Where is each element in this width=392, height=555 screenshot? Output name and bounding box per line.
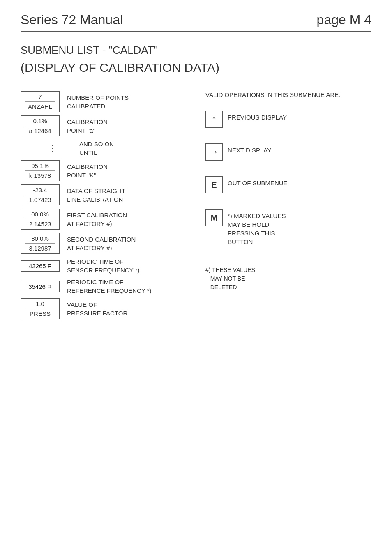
- op-prev: ↑ PREVIOUS DISPLAY: [205, 111, 349, 128]
- cal-a-top: 0.1%: [25, 117, 55, 126]
- row-second-cal: 80.0% 3.12987 SECOND CALIBRATIONAT FACTO…: [21, 233, 177, 254]
- straight-bottom: 1.07423: [25, 196, 55, 203]
- cal-a-bottom: a 12464: [25, 127, 55, 134]
- row-dotted: ⋮ AND SO ONUNTIL: [21, 140, 177, 157]
- box-cal-k: 95.1% k 13578: [21, 160, 60, 181]
- header: Series 72 Manual page M 4: [21, 12, 371, 32]
- cal-k-label: CALIBRATIONPOINT "K": [67, 162, 108, 180]
- header-page: page M 4: [317, 12, 371, 28]
- op-exit-label: OUT OF SUBMENUE: [228, 176, 288, 187]
- anzahl-label: NUMBER OF POINTSCALIBRATED: [67, 93, 129, 111]
- box-anzahl: 7 ANZAHL: [21, 91, 60, 112]
- ref-freq-label: PERIODIC TIME OFREFERENCE FREQUENCY *): [67, 278, 152, 295]
- row-pressure: 1.0 PRESS VALUE OFPRESSURE FACTOR: [21, 298, 177, 319]
- first-cal-label: FIRST CALIBRATIONAT FACTORY #): [67, 211, 127, 228]
- row-cal-k: 95.1% k 13578 CALIBRATIONPOINT "K": [21, 160, 177, 181]
- op-up-box: ↑: [205, 111, 223, 128]
- op-e-box: E: [205, 176, 223, 193]
- m-icon: M: [211, 213, 218, 223]
- sensor-freq-label: PERIODIC TIME OFSENSOR FREQUENCY *): [67, 257, 139, 274]
- row-cal-a: 0.1% a 12464 CALIBRATIONPOINT "a": [21, 115, 177, 136]
- straight-top: -23.4: [25, 187, 55, 195]
- dotted-label: AND SO ONUNTIL: [79, 140, 114, 157]
- box-first-cal: 00.0% 2.14523: [21, 209, 60, 230]
- anzahl-bottom: ANZAHL: [25, 103, 55, 110]
- op-right-box: →: [205, 143, 223, 161]
- box-pressure: 1.0 PRESS: [21, 298, 60, 319]
- footnote: #) THESE VALUES MAY NOT BE DELETED: [205, 266, 349, 292]
- row-ref-freq: 35426 R PERIODIC TIME OFREFERENCE FREQUE…: [21, 278, 177, 295]
- anzahl-top: 7: [25, 93, 55, 102]
- display-title: (DISPLAY OF CALIBRATION DATA): [21, 61, 371, 75]
- op-mark-label: *) MARKED VALUESMAY BE HOLDPRESSING THIS…: [228, 209, 286, 246]
- arrow-up-icon: ↑: [212, 114, 217, 124]
- pressure-label: VALUE OFPRESSURE FACTOR: [67, 300, 127, 318]
- op-next: → NEXT DISPLAY: [205, 143, 349, 161]
- box-straight-line: -23.4 1.07423: [21, 184, 60, 205]
- op-mark: M *) MARKED VALUESMAY BE HOLDPRESSING TH…: [205, 209, 349, 246]
- box-second-cal: 80.0% 3.12987: [21, 233, 60, 254]
- row-anzahl: 7 ANZAHL NUMBER OF POINTSCALIBRATED: [21, 91, 177, 112]
- cal-a-label: CALIBRATIONPOINT "a": [67, 117, 108, 135]
- header-title: Series 72 Manual: [21, 12, 123, 28]
- op-exit: E OUT OF SUBMENUE: [205, 176, 349, 193]
- first-cal-top: 00.0%: [25, 211, 55, 219]
- ops-title: VALID OPERATIONS IN THIS SUBMENUE ARE:: [205, 91, 349, 98]
- submenu-title: SUBMENU LIST - "CALDAT": [21, 44, 371, 57]
- second-cal-label: SECOND CALIBRATIONAT FACTORY #): [67, 235, 136, 252]
- second-cal-bottom: 3.12987: [25, 245, 55, 252]
- second-cal-top: 80.0%: [25, 235, 55, 244]
- op-m-box: M: [205, 209, 223, 226]
- op-next-label: NEXT DISPLAY: [228, 143, 271, 154]
- e-icon: E: [211, 180, 217, 190]
- arrow-right-icon: →: [210, 147, 219, 157]
- box-sensor-freq: 43265 F: [21, 260, 60, 272]
- cal-k-bottom: k 13578: [25, 172, 55, 179]
- pressure-bottom: PRESS: [25, 310, 55, 317]
- operations-column: VALID OPERATIONS IN THIS SUBMENUE ARE: ↑…: [205, 91, 349, 322]
- box-ref-freq: 35426 R: [21, 281, 60, 292]
- dotted-indicator: ⋮: [33, 144, 72, 152]
- first-cal-bottom: 2.14523: [25, 221, 55, 228]
- row-first-cal: 00.0% 2.14523 FIRST CALIBRATIONAT FACTOR…: [21, 209, 177, 230]
- pressure-top: 1.0: [25, 300, 55, 309]
- cal-k-top: 95.1%: [25, 162, 55, 171]
- row-straight-line: -23.4 1.07423 DATA OF STRAIGHTLINE CALIB…: [21, 184, 177, 205]
- display-rows: 7 ANZAHL NUMBER OF POINTSCALIBRATED 0.1%…: [21, 91, 177, 322]
- row-sensor-freq: 43265 F PERIODIC TIME OFSENSOR FREQUENCY…: [21, 257, 177, 274]
- op-prev-label: PREVIOUS DISPLAY: [228, 111, 287, 122]
- box-cal-a: 0.1% a 12464: [21, 115, 60, 136]
- straight-label: DATA OF STRAIGHTLINE CALIBRATION: [67, 187, 125, 204]
